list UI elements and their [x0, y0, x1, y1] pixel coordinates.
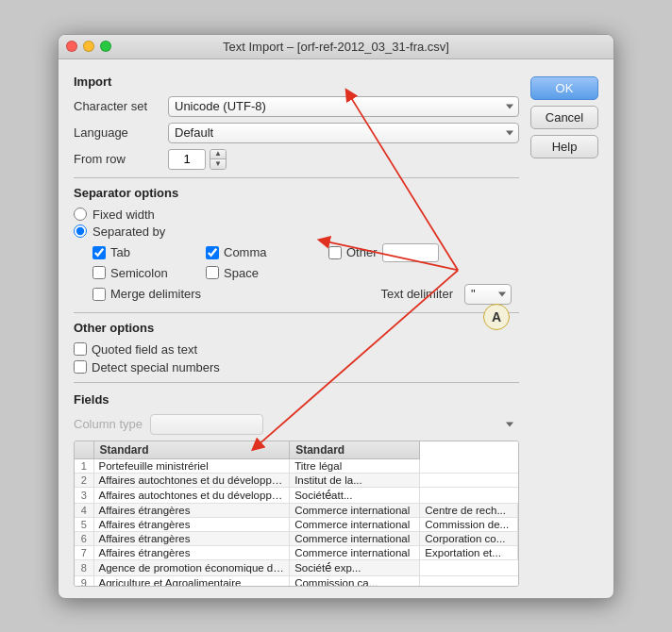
- row-number: 7: [75, 545, 93, 559]
- row-cell: Portefeuille ministrériel: [93, 458, 290, 473]
- merge-checkbox[interactable]: [92, 288, 106, 301]
- row-number: 2: [75, 473, 93, 487]
- titlebar: Text Import – [orf-ref-2012_03_31-fra.cs…: [59, 35, 613, 59]
- language-select[interactable]: Default: [168, 123, 519, 143]
- merge-delim-row: Merge delimiters Text delimiter " ': [92, 284, 519, 305]
- from-row-row: From row ▲ ▼: [74, 149, 519, 170]
- comma-label: Comma: [224, 245, 267, 259]
- col-header-row-num: [75, 441, 93, 459]
- separated-by-label: Separated by: [92, 225, 165, 239]
- preview-table-wrapper: Standard Standard 1Portefeuille ministre…: [74, 441, 519, 587]
- ok-button[interactable]: OK: [530, 76, 598, 100]
- row-cell: Agriculture et Agroalimentaire: [93, 575, 290, 587]
- character-set-select[interactable]: Unicode (UTF-8): [168, 96, 519, 117]
- other-checkbox[interactable]: [328, 246, 342, 259]
- row-number: 4: [75, 503, 93, 517]
- row-number: 1: [75, 458, 93, 473]
- other-options-section: Other options Quoted field as text Detec…: [74, 321, 519, 374]
- row-cell: Société́att...: [290, 487, 420, 503]
- table-row: 9Agriculture et AgroalimentaireCommissio…: [75, 575, 518, 587]
- row-number: 9: [75, 575, 93, 587]
- comma-cell: Comma: [206, 245, 328, 259]
- import-section-label: Import: [74, 75, 519, 89]
- annotation-circle-a: A: [483, 304, 510, 330]
- character-set-label: Character set: [74, 99, 168, 113]
- tab-label: Tab: [110, 245, 130, 259]
- preview-table: Standard Standard 1Portefeuille ministre…: [75, 441, 518, 587]
- character-set-wrapper: Unicode (UTF-8): [168, 96, 519, 117]
- from-row-input[interactable]: [168, 149, 206, 170]
- separator-section-label: Separator options: [74, 186, 519, 200]
- column-type-select[interactable]: Standard Text: [150, 414, 263, 435]
- row-cell: Commerce international: [290, 545, 420, 559]
- from-row-up-button[interactable]: ▲: [210, 150, 226, 159]
- semicolon-label: Semicolon: [110, 266, 168, 280]
- language-label: Language: [74, 125, 168, 140]
- row-cell: Commission de...: [420, 517, 518, 531]
- traffic-lights: [66, 41, 111, 52]
- space-checkbox[interactable]: [206, 266, 219, 279]
- from-row-spinner-buttons: ▲ ▼: [210, 149, 227, 170]
- main-area: Import Character set Unicode (UTF-8) Lan…: [74, 73, 519, 587]
- row-number: 8: [75, 559, 93, 575]
- fields-label: Fields: [74, 392, 519, 407]
- text-delimiter-select[interactable]: " ': [464, 284, 512, 305]
- space-cell: Space: [206, 266, 328, 280]
- quoted-field-row: Quoted field as text: [74, 342, 519, 357]
- fields-section: Fields Column type Standard Text: [74, 392, 519, 587]
- other-label: Other: [346, 245, 378, 259]
- row-cell: Institut de la...: [290, 473, 420, 487]
- semicolon-cell: Semicolon: [92, 266, 206, 280]
- row-cell: Affaires étrangères: [93, 503, 290, 517]
- comma-checkbox[interactable]: [206, 246, 219, 259]
- row-cell: Exportation et...: [420, 545, 518, 559]
- dialog-content: Import Character set Unicode (UTF-8) Lan…: [59, 59, 613, 598]
- column-type-row: Column type Standard Text: [74, 414, 519, 435]
- table-row: 6Affaires étrangèresCommerce internati…: [75, 531, 518, 545]
- row-cell: Affaires autochtones et du développemen…: [93, 473, 290, 487]
- help-button[interactable]: Help: [530, 135, 598, 158]
- divider-1: [74, 177, 519, 178]
- other-input[interactable]: [382, 243, 439, 262]
- row-cell: Société́ exp...: [290, 559, 420, 575]
- window-title: Text Import – [orf-ref-2012_03_31-fra.cs…: [223, 40, 449, 54]
- column-type-label: Column type: [74, 417, 143, 431]
- row-cell: Commission ca...: [290, 575, 420, 587]
- quoted-field-checkbox[interactable]: [74, 342, 87, 356]
- column-type-arrow-icon: [506, 422, 513, 426]
- space-label: Space: [224, 266, 259, 280]
- tab-checkbox[interactable]: [92, 246, 106, 259]
- row-cell: Commerce international: [290, 503, 420, 517]
- row-cell: Titre légal: [290, 458, 420, 473]
- text-delimiter-row: Text delimiter " ': [380, 284, 512, 305]
- row-cell: Agence de promotion économique du Canad…: [93, 559, 290, 575]
- side-buttons: OK Cancel Help: [530, 73, 598, 587]
- maximize-button[interactable]: [100, 41, 111, 52]
- semicolon-checkbox[interactable]: [92, 266, 106, 279]
- row-cell: Commerce international: [290, 517, 420, 531]
- from-row-label: From row: [74, 152, 168, 166]
- quoted-field-label: Quoted field as text: [92, 342, 197, 357]
- table-row: 2Affaires autochtones et du développeme…: [75, 473, 518, 487]
- tab-cell: Tab: [92, 245, 206, 259]
- separated-by-radio[interactable]: [74, 225, 87, 238]
- cancel-button[interactable]: Cancel: [530, 106, 598, 129]
- table-row: 8Agence de promotion économique du Cana…: [75, 559, 518, 575]
- row-cell: Affaires étrangères: [93, 517, 290, 531]
- detect-special-checkbox[interactable]: [74, 360, 87, 374]
- minimize-button[interactable]: [83, 41, 94, 52]
- fixed-width-row: Fixed width: [74, 208, 519, 222]
- table-row: 4Affaires étrangèresCommerce internati…: [75, 503, 518, 517]
- close-button[interactable]: [66, 41, 77, 52]
- row-cell: Corporation co...: [420, 531, 518, 545]
- fixed-width-label: Fixed width: [92, 208, 155, 222]
- row-cell: Affaires étrangères: [93, 531, 290, 545]
- language-row: Language Default: [74, 123, 519, 143]
- fixed-width-radio[interactable]: [74, 208, 87, 221]
- row-cell: Affaires étrangères: [93, 545, 290, 559]
- row-cell: Centre de rech...: [420, 503, 518, 517]
- merge-wrapper: Merge delimiters: [92, 287, 201, 301]
- from-row-down-button[interactable]: ▼: [210, 159, 226, 169]
- text-delimiter-label: Text delimiter: [380, 287, 453, 301]
- dialog-window: Text Import – [orf-ref-2012_03_31-fra.cs…: [58, 34, 614, 599]
